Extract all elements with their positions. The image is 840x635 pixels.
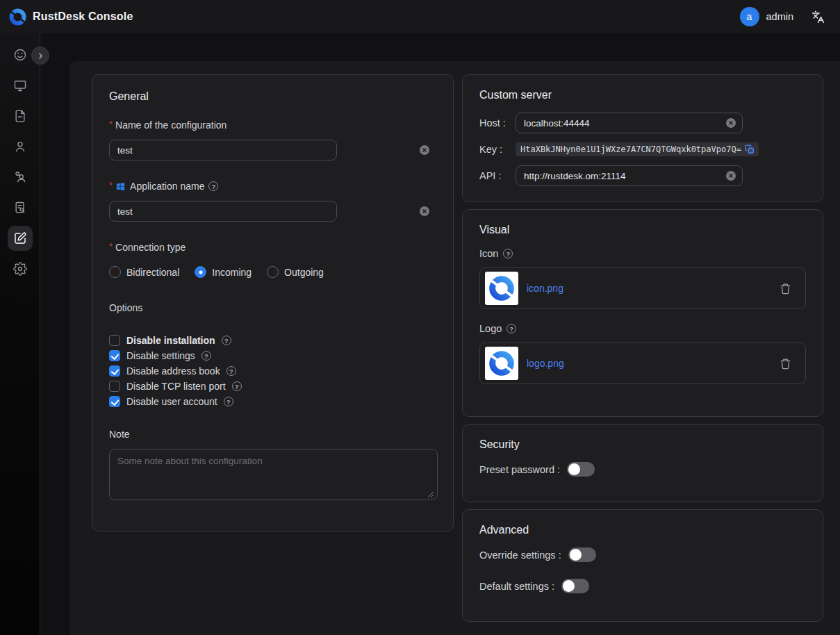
- trash-icon[interactable]: [780, 358, 791, 370]
- security-title: Security: [479, 438, 806, 451]
- logo-file-row: logo.png: [479, 343, 806, 384]
- sidebar-item-settings[interactable]: [8, 256, 33, 281]
- content-panel: General * Name of the configuration * Ap…: [69, 61, 840, 635]
- icon-thumbnail: [485, 272, 518, 305]
- override-settings-label: Override settings :: [479, 550, 561, 561]
- sidebar-expand-button[interactable]: [31, 47, 49, 65]
- option-row-4[interactable]: Disable user account: [109, 394, 436, 409]
- sidebar: [0, 33, 40, 635]
- user-menu[interactable]: a admin: [740, 7, 794, 26]
- user-icon: [13, 140, 27, 154]
- help-icon: [227, 366, 236, 376]
- required-asterisk: *: [109, 119, 113, 129]
- custom-server-card: Custom server Host : Key : HtaXBkJNHyn0e…: [462, 74, 823, 202]
- config-name-input[interactable]: [109, 140, 337, 160]
- rustdesk-logo-icon: [488, 349, 516, 377]
- clear-icon[interactable]: [725, 117, 736, 129]
- sidebar-item-devices[interactable]: [8, 73, 33, 98]
- radio-option-outgoing[interactable]: Outgoing: [267, 266, 324, 278]
- general-title: General: [109, 90, 436, 103]
- custom-server-title: Custom server: [479, 89, 806, 101]
- help-icon: [201, 351, 211, 361]
- radio-option-bidirectional[interactable]: Bidirectional: [109, 266, 179, 278]
- trash-icon[interactable]: [780, 283, 791, 295]
- logo-file-link[interactable]: logo.png: [527, 358, 771, 369]
- sidebar-item-users[interactable]: [8, 134, 33, 159]
- required-asterisk: *: [109, 180, 113, 190]
- clear-icon[interactable]: [419, 206, 430, 217]
- clear-icon[interactable]: [725, 170, 736, 181]
- radio-option-incoming[interactable]: Incoming: [195, 266, 252, 278]
- clear-icon[interactable]: [419, 145, 430, 156]
- preset-password-label: Preset password :: [479, 464, 560, 475]
- checkbox-icon[interactable]: [109, 335, 120, 346]
- help-icon: [232, 381, 242, 391]
- note-textarea[interactable]: [109, 449, 438, 500]
- required-asterisk: *: [109, 241, 113, 251]
- help-icon: [224, 397, 233, 406]
- key-label: Key :: [479, 144, 516, 155]
- app-name-label: Application name: [130, 181, 204, 192]
- chevron-right-icon: [36, 51, 45, 60]
- checkbox-icon[interactable]: [109, 350, 120, 361]
- server-key-chip: HtaXBkJNHyn0e1U1jWXze7A7CN7QTGWqxk0tpaVp…: [516, 142, 759, 156]
- help-icon: [208, 181, 218, 191]
- logo-thumbnail: [485, 347, 518, 380]
- icon-file-row: icon.png: [479, 267, 806, 309]
- default-settings-label: Default settings :: [479, 581, 554, 592]
- option-row-3[interactable]: Disable TCP listen port: [109, 379, 436, 394]
- connection-type-radio-group: Bidirectional Incoming Outgoing: [109, 266, 436, 278]
- checkbox-icon[interactable]: [109, 396, 120, 407]
- advanced-card: Advanced Override settings : Default set…: [462, 509, 823, 622]
- windows-icon: [115, 181, 126, 192]
- copy-icon[interactable]: [745, 145, 755, 154]
- help-icon: [507, 324, 516, 333]
- brand: RustDesk Console: [8, 8, 133, 26]
- help-icon: [503, 249, 513, 258]
- avatar[interactable]: a: [740, 7, 759, 26]
- checkbox-icon[interactable]: [109, 365, 120, 377]
- options-label: Options: [109, 302, 142, 313]
- option-row-1[interactable]: Disable settings: [109, 348, 436, 363]
- note-label: Note: [109, 429, 130, 440]
- default-settings-toggle[interactable]: [561, 579, 589, 593]
- radio-icon: [109, 266, 121, 278]
- host-label: Host :: [479, 117, 516, 129]
- help-icon: [222, 336, 231, 345]
- sidebar-item-audit[interactable]: [8, 195, 33, 220]
- smiley-icon: [13, 48, 27, 62]
- api-input[interactable]: [516, 165, 743, 186]
- general-card: General * Name of the configuration * Ap…: [92, 74, 454, 531]
- checkbox-icon[interactable]: [109, 381, 120, 392]
- app-name-input[interactable]: [109, 201, 337, 222]
- file-icon: [13, 109, 27, 123]
- radio-icon: [267, 266, 279, 278]
- username: admin: [766, 11, 794, 22]
- translate-icon[interactable]: [812, 10, 825, 24]
- right-column: Custom server Host : Key : HtaXBkJNHyn0e…: [462, 74, 823, 622]
- icon-label: Icon: [479, 248, 498, 259]
- options-list: Disable installation Disable settings Di…: [109, 333, 436, 409]
- api-label: API :: [479, 170, 516, 181]
- resize-grip[interactable]: [427, 491, 434, 498]
- sidebar-item-documents[interactable]: [8, 104, 33, 129]
- app-title: RustDesk Console: [33, 10, 133, 23]
- security-card: Security Preset password :: [462, 424, 823, 502]
- icon-file-link[interactable]: icon.png: [527, 283, 771, 294]
- rustdesk-logo-icon: [8, 8, 27, 26]
- gear-icon: [13, 262, 27, 276]
- sidebar-item-home[interactable]: [8, 42, 33, 67]
- override-settings-toggle[interactable]: [568, 547, 596, 562]
- preset-password-toggle[interactable]: [567, 462, 595, 477]
- user-search-icon: [13, 170, 27, 184]
- radio-icon: [195, 266, 206, 278]
- visual-card: Visual Icon icon.png: [462, 209, 823, 417]
- monitor-icon: [13, 79, 27, 92]
- option-row-2[interactable]: Disable address book: [109, 363, 436, 379]
- host-input[interactable]: [516, 113, 743, 133]
- edit-icon: [13, 231, 27, 245]
- sidebar-item-custom-client[interactable]: [8, 226, 33, 251]
- sidebar-item-groups[interactable]: [8, 165, 33, 190]
- option-row-0[interactable]: Disable installation: [109, 333, 436, 348]
- logo-label: Logo: [479, 323, 502, 334]
